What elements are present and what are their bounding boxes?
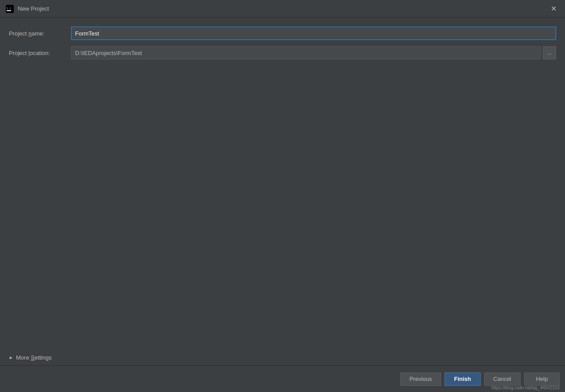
close-button[interactable]: ✕ [547,3,560,15]
previous-button[interactable]: Previous [400,372,442,386]
browse-button[interactable]: ... [543,46,556,59]
content-spacer [9,66,556,350]
bottom-bar: Previous Finish Cancel Help https://blog… [0,365,565,392]
svg-text:J: J [9,6,11,10]
finish-label: Finish [454,376,471,382]
project-name-row: Project name: [9,27,556,40]
cancel-label: Cancel [493,376,511,382]
help-label: Help [536,376,548,382]
previous-label: Previous [410,376,432,382]
svg-text:I: I [7,6,8,10]
svg-rect-1 [7,10,11,11]
more-settings-row[interactable]: ► More Settings [9,350,556,365]
title-bar: I J New Project ✕ [0,0,565,18]
project-location-input[interactable] [71,46,541,59]
project-location-label: Project location: [9,50,71,56]
project-name-label: Project name: [9,30,71,37]
expand-icon: ► [9,356,13,360]
watermark: https://blog.csdn.net/qq_44042316 [492,385,560,390]
project-location-row: Project location: ... [9,46,556,59]
help-button[interactable]: Help [524,372,560,386]
title-bar-left: I J New Project [5,4,49,13]
app-icon: I J [5,4,14,13]
project-name-input[interactable] [71,27,556,40]
finish-button[interactable]: Finish [445,372,480,386]
more-settings-label: More Settings [16,354,52,361]
dialog-title: New Project [18,5,49,12]
cancel-button[interactable]: Cancel [484,372,521,386]
dialog-content: Project name: Project location: ... ► Mo… [0,18,565,365]
